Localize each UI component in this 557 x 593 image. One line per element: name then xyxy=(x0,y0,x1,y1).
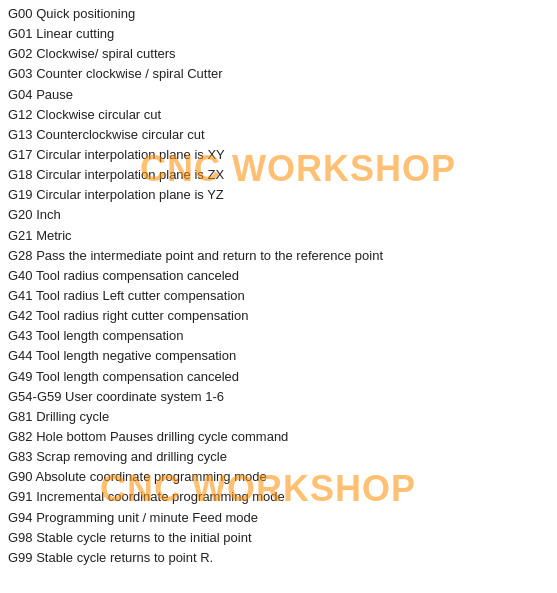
list-item: G20 Inch xyxy=(8,205,549,225)
list-item: G49 Tool length compensation canceled xyxy=(8,367,549,387)
list-item: G03 Counter clockwise / spiral Cutter xyxy=(8,64,549,84)
list-item: G91 Incremental coordinate programming m… xyxy=(8,487,549,507)
list-item: G04 Pause xyxy=(8,85,549,105)
list-item: G17 Circular interpolation plane is XY xyxy=(8,145,549,165)
main-content: CNC WORKSHOP CNC WORKSHOP G00 Quick posi… xyxy=(0,0,557,572)
list-item: G98 Stable cycle returns to the initial … xyxy=(8,528,549,548)
list-item: G42 Tool radius right cutter compensatio… xyxy=(8,306,549,326)
list-item: G82 Hole bottom Pauses drilling cycle co… xyxy=(8,427,549,447)
list-item: G28 Pass the intermediate point and retu… xyxy=(8,246,549,266)
list-item: G43 Tool length compensation xyxy=(8,326,549,346)
list-item: G19 Circular interpolation plane is YZ xyxy=(8,185,549,205)
list-item: G54-G59 User coordinate system 1-6 xyxy=(8,387,549,407)
list-item: G90 Absolute coordinate programming mode xyxy=(8,467,549,487)
list-item: G44 Tool length negative compensation xyxy=(8,346,549,366)
list-item: G18 Circular interpolation plane is ZX xyxy=(8,165,549,185)
list-item: G99 Stable cycle returns to point R. xyxy=(8,548,549,568)
list-item: G12 Clockwise circular cut xyxy=(8,105,549,125)
list-item: G02 Clockwise/ spiral cutters xyxy=(8,44,549,64)
list-item: G01 Linear cutting xyxy=(8,24,549,44)
list-item: G94 Programming unit / minute Feed mode xyxy=(8,508,549,528)
list-item: G00 Quick positioning xyxy=(8,4,549,24)
list-item: G81 Drilling cycle xyxy=(8,407,549,427)
list-item: G40 Tool radius compensation canceled xyxy=(8,266,549,286)
list-item: G41 Tool radius Left cutter compensation xyxy=(8,286,549,306)
list-item: G13 Counterclockwise circular cut xyxy=(8,125,549,145)
list-item: G21 Metric xyxy=(8,226,549,246)
list-item: G83 Scrap removing and drilling cycle xyxy=(8,447,549,467)
